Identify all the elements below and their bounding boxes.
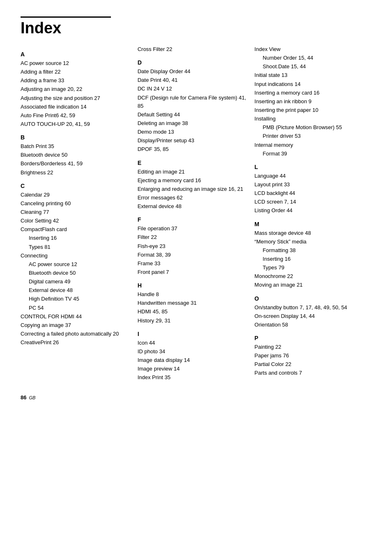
index-entry: Cross Filter 22 (138, 45, 247, 53)
index-entry: Display/Printer setup 43 (138, 137, 247, 145)
index-entry: Types 81 (21, 243, 129, 251)
index-entry: Handle 8 (138, 290, 247, 299)
index-entry: Listing Order 44 (254, 206, 363, 215)
index-entry: ID photo 34 (138, 348, 247, 356)
section-letter-i: I (138, 331, 247, 337)
section-letter-m: M (254, 221, 363, 227)
index-entry: Printer driver 53 (254, 132, 363, 140)
index-entry: Adding a filter 22 (21, 68, 129, 76)
index-entry: Inserting the print paper 10 (254, 106, 363, 114)
index-entry: Handwritten message 31 (138, 299, 247, 307)
index-entry: Color Setting 42 (21, 217, 129, 225)
section-letter-o: O (254, 295, 363, 302)
index-entry: Batch Print 35 (21, 142, 129, 151)
index-entry: Auto Fine Print6 42, 59 (21, 111, 129, 120)
index-entry: Adjusting the size and position 27 (21, 94, 129, 102)
index-entry: Monochrome 22 (254, 272, 363, 280)
index-entry: Layout print 33 (254, 181, 363, 189)
index-entry: Paper jams 76 (254, 352, 363, 360)
index-entry: Demo mode 13 (138, 128, 247, 136)
index-entry: On-screen Display 14, 44 (254, 312, 363, 320)
index-entry: PMB (Picture Motion Browser) 55 (254, 123, 363, 132)
index-entry: Fish-eye 23 (138, 242, 247, 250)
index-columns: AAC power source 12Adding a filter 22Add… (21, 45, 371, 382)
index-entry: Canceling printing 60 (21, 199, 129, 208)
index-entry: Inserting a memory card 16 (254, 89, 363, 97)
index-entry: Ejecting a memory card 16 (138, 176, 247, 185)
index-entry: Painting 22 (254, 343, 363, 351)
section-letter-a: A (21, 51, 129, 58)
index-entry: Digital camera 49 (21, 278, 129, 286)
index-entry: Mass storage device 48 (254, 229, 363, 237)
index-entry: Connecting (21, 252, 129, 260)
index-entry: CompactFlash card (21, 225, 129, 234)
index-entry: DC IN 24 V 12 (138, 85, 247, 93)
index-entry: Inserting 16 (254, 255, 363, 263)
index-entry: Deleting an image 38 (138, 119, 247, 127)
index-entry: PC 54 (21, 304, 129, 312)
index-entry: Bluetooth device 50 (21, 151, 129, 159)
index-entry: Front panel 7 (138, 268, 247, 276)
index-entry: Borders/Borderless 41, 59 (21, 160, 129, 168)
index-entry: AC power source 12 (21, 59, 129, 67)
column-1: AAC power source 12Adding a filter 22Add… (21, 45, 138, 382)
index-entry: Date Print 40, 41 (138, 76, 247, 84)
index-entry: Error messages 62 (138, 194, 247, 202)
index-entry: Date Display Order 44 (138, 67, 247, 76)
index-entry: On/standby button 7, 17, 48, 49, 50, 54 (254, 303, 363, 312)
index-entry: HDMI 45, 85 (138, 308, 247, 316)
section-letter-d: D (138, 59, 247, 66)
index-entry: Format 38, 39 (138, 251, 247, 259)
index-entry: Initial state 13 (254, 71, 363, 79)
page-gb: GB (29, 395, 35, 400)
index-entry: Cleaning 77 (21, 208, 129, 216)
section-letter-p: P (254, 335, 363, 341)
index-entry: Parts and controls 7 (254, 369, 363, 377)
index-entry: AUTO TOUCH-UP 20, 41, 59 (21, 120, 129, 128)
index-entry: Brightness 22 (21, 169, 129, 177)
index-entry: Language 44 (254, 172, 363, 180)
index-entry: Frame 33 (138, 259, 247, 268)
index-entry: Input indications 14 (254, 80, 363, 88)
section-letter-l: L (254, 164, 363, 170)
index-entry: Filter 22 (138, 233, 247, 241)
index-entry: “Memory Stick” media (254, 238, 363, 246)
section-letter-e: E (138, 160, 247, 166)
index-entry: DPOF 35, 85 (138, 145, 247, 153)
index-entry: External device 48 (138, 202, 247, 211)
index-entry: Inserting an ink ribbon 9 (254, 97, 363, 106)
index-entry: Internal memory (254, 141, 363, 149)
index-entry: Image preview 14 (138, 365, 247, 373)
section-letter-f: F (138, 216, 247, 223)
index-entry: Adding a frame 33 (21, 76, 129, 85)
column-2: Cross Filter 22DDate Display Order 44Dat… (138, 45, 255, 382)
index-entry: LCD screen 7, 14 (254, 198, 363, 206)
page-number: 86 (21, 394, 26, 401)
index-entry: CreativePrint 26 (21, 338, 129, 347)
index-entry: File operation 37 (138, 225, 247, 233)
index-entry: Shoot.Date 15, 44 (254, 63, 363, 71)
index-entry: Orientation 58 (254, 321, 363, 329)
index-entry: Enlarging and reducing an image size 16,… (138, 185, 247, 193)
index-entry: Formatting 38 (254, 246, 363, 255)
index-entry: DCF (Design rule for Camera File system)… (138, 94, 247, 110)
section-letter-b: B (21, 134, 129, 141)
page-footer: 86 GB (21, 394, 371, 401)
index-entry: LCD backlight 44 (254, 189, 363, 197)
section-letter-h: H (138, 282, 247, 289)
index-entry: CONTROL FOR HDMI 44 (21, 313, 129, 321)
index-entry: Calendar 29 (21, 191, 129, 199)
page-container: Index AAC power source 12Adding a filter… (21, 16, 371, 401)
index-entry: High Definition TV 45 (21, 295, 129, 303)
index-entry: Copying an image 37 (21, 321, 129, 329)
index-entry: Icon 44 (138, 339, 247, 347)
index-entry: Image data display 14 (138, 356, 247, 364)
index-entry: Types 79 (254, 264, 363, 272)
top-rule (21, 16, 111, 18)
index-entry: Installing (254, 115, 363, 123)
column-3: Index ViewNumber Order 15, 44Shoot.Date … (254, 45, 371, 382)
index-entry: Adjusting an image 20, 22 (21, 85, 129, 93)
index-entry: Moving an image 21 (254, 281, 363, 289)
index-entry: AC power source 12 (21, 260, 129, 269)
index-entry: Default Setting 44 (138, 111, 247, 119)
